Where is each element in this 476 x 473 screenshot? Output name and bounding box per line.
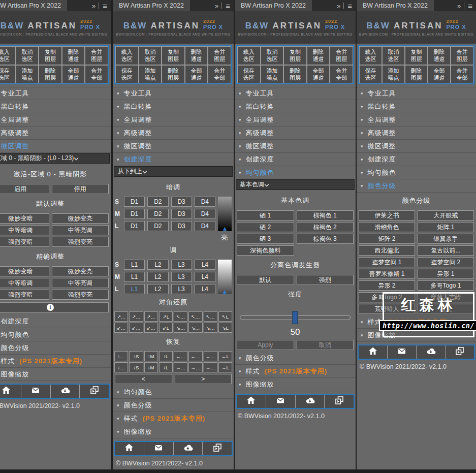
- section-header-1[interactable]: ▾黑白转换: [235, 100, 356, 113]
- quick-action-button[interactable]: 复制 图层: [283, 46, 307, 65]
- mail-button[interactable]: [388, 345, 417, 359]
- quick-action-button[interactable]: 合并 图层: [330, 46, 353, 65]
- section-header-5[interactable]: ▾创建深度: [0, 315, 111, 328]
- panel-menu-icon[interactable]: ≡: [347, 2, 352, 10]
- adjust-button[interactable]: 中等暗调: [0, 225, 49, 235]
- section-header-7[interactable]: ▾颜色分级: [113, 399, 234, 412]
- quick-action-button[interactable]: 添加 噪点: [16, 65, 39, 84]
- prev-next-button[interactable]: >: [175, 374, 232, 384]
- tone-button[interactable]: L4: [195, 284, 215, 294]
- quick-action-button[interactable]: 载入 选区: [237, 46, 261, 65]
- section-header-5[interactable]: ▾创建深度: [235, 153, 356, 166]
- grading-preset-button[interactable]: 伊莱之书: [359, 210, 415, 220]
- section-header-3[interactable]: ▾高级调整: [0, 127, 111, 140]
- section-header-7[interactable]: ▾颜色分级: [0, 341, 111, 355]
- quick-action-button[interactable]: 复制 图层: [405, 46, 428, 65]
- adjust-button[interactable]: 微妙变暗: [0, 266, 49, 276]
- dark-gradient-strip[interactable]: ▲: [218, 197, 232, 231]
- panel-tab[interactable]: BW Artisan Pro X 2022: [235, 0, 312, 11]
- grading-preset-button[interactable]: 银翼杀手: [418, 234, 474, 244]
- section-header-0[interactable]: ▾专业工具: [235, 87, 356, 100]
- arrow-button[interactable]: ←…: [174, 351, 187, 361]
- quick-action-button[interactable]: 保存 选区: [0, 65, 16, 84]
- quick-action-button[interactable]: 合并 图层: [451, 46, 473, 65]
- arrow-button[interactable]: →…: [204, 362, 217, 372]
- adjust-button[interactable]: 强烈变亮: [52, 290, 109, 300]
- quick-action-button[interactable]: 载入 选区: [115, 46, 139, 65]
- tone-button[interactable]: L1: [124, 284, 145, 294]
- tone-button[interactable]: L3: [171, 260, 192, 270]
- tone-button[interactable]: D4: [195, 209, 215, 219]
- arrow-button[interactable]: ↑M: [144, 351, 158, 361]
- panel-tab[interactable]: BW Artisan Pro X 2022: [0, 0, 67, 11]
- quick-action-button[interactable]: 删除 图层: [39, 65, 62, 84]
- section-header-9[interactable]: ▾图像缩放: [235, 378, 356, 391]
- arrow-button[interactable]: ↙L: [159, 323, 173, 333]
- home-button[interactable]: [359, 345, 388, 359]
- quick-action-button[interactable]: 保存 选区: [359, 65, 382, 84]
- panel-tab[interactable]: BW Artisan Pro X 2022: [357, 0, 434, 11]
- grading-preset-button[interactable]: 异形 2: [359, 280, 415, 291]
- section-header-0[interactable]: ▾专业工具: [357, 87, 476, 100]
- grading-preset-button[interactable]: 大开眼戒: [418, 210, 474, 220]
- quick-action-button[interactable]: 添加 噪点: [139, 65, 162, 84]
- quick-action-button[interactable]: 合并 全部: [451, 65, 473, 84]
- arrow-button[interactable]: ↙…: [144, 323, 158, 333]
- section-header-4[interactable]: ▾微区调整: [235, 140, 356, 153]
- expand-panel-icon[interactable]: »: [457, 2, 460, 10]
- section-header-3[interactable]: ▾高级调整: [235, 127, 356, 140]
- tone-preset-button[interactable]: 硒 2: [237, 222, 294, 232]
- tone-preset-button[interactable]: 硒 3: [237, 234, 294, 244]
- light-gradient-strip[interactable]: ▲: [218, 260, 232, 294]
- tone-preset-button[interactable]: 棕褐色 2: [297, 222, 354, 232]
- arrow-button[interactable]: ←…: [188, 351, 202, 361]
- section-header-3[interactable]: ▾高级调整: [113, 127, 234, 140]
- quick-action-button[interactable]: 全部 通道: [428, 65, 451, 84]
- section-header-1[interactable]: ▾黑白转换: [113, 100, 234, 113]
- section-header-0[interactable]: ▾专业工具: [113, 87, 234, 100]
- cloud-download-button[interactable]: [417, 345, 446, 359]
- section-header-4[interactable]: ▾微区调整: [357, 140, 476, 153]
- mail-button[interactable]: [21, 385, 51, 398]
- tone-button[interactable]: L1: [124, 260, 145, 270]
- strength-slider[interactable]: [240, 311, 351, 324]
- arrow-button[interactable]: ↑L: [159, 351, 173, 361]
- tone-button[interactable]: D4: [195, 221, 215, 231]
- quick-action-button[interactable]: 复制 图层: [162, 46, 185, 65]
- quick-action-button[interactable]: 删除 图层: [162, 65, 185, 84]
- arrow-button[interactable]: ↗…: [129, 311, 143, 322]
- panel-menu-icon[interactable]: ≡: [226, 2, 230, 10]
- tone-button[interactable]: L2: [147, 284, 168, 294]
- quick-action-button[interactable]: 取消 选区: [382, 46, 405, 65]
- expand-panel-icon[interactable]: »: [92, 2, 95, 10]
- adjust-button[interactable]: 中等亮调: [52, 278, 109, 288]
- quick-action-button[interactable]: 删除 图层: [283, 65, 307, 84]
- arrow-button[interactable]: ↙…: [114, 323, 128, 333]
- tone-button[interactable]: L2: [147, 260, 168, 270]
- tone-button[interactable]: L4: [195, 272, 215, 282]
- grading-preset-button[interactable]: 矩阵 1: [418, 222, 474, 232]
- adjust-button[interactable]: 强烈变亮: [52, 237, 109, 247]
- section-header-2[interactable]: ▾全局调整: [0, 113, 111, 127]
- quick-action-button[interactable]: 复制 图层: [39, 46, 62, 65]
- section-header-2[interactable]: ▾全局调整: [113, 113, 234, 127]
- adjust-button[interactable]: 强烈变暗: [0, 290, 49, 300]
- home-button[interactable]: [115, 442, 144, 455]
- section-header-9[interactable]: ▾图像缩放: [113, 425, 234, 438]
- info-button[interactable]: i: [0, 302, 109, 312]
- section-header-7[interactable]: ▾颜色分级: [235, 352, 356, 365]
- section-header-9[interactable]: ▾图像缩放: [0, 368, 111, 381]
- tone-button[interactable]: L2: [147, 272, 168, 282]
- arrow-button[interactable]: ↘…: [188, 323, 202, 333]
- arrow-button[interactable]: ↖…: [188, 311, 202, 322]
- arrow-button[interactable]: ↘L: [218, 323, 232, 333]
- grading-preset-button[interactable]: 多哥Togo 1: [418, 280, 474, 291]
- tone-button[interactable]: D1: [124, 221, 145, 231]
- tone-button[interactable]: D3: [171, 221, 192, 231]
- section-header-0[interactable]: ▾专业工具: [0, 87, 111, 100]
- direction-select[interactable]: 从下到上: [114, 166, 233, 177]
- expand-panel-icon[interactable]: »: [337, 2, 340, 10]
- grading-preset-button[interactable]: 普罗米修斯 1: [359, 269, 415, 279]
- tone-button[interactable]: L3: [171, 272, 192, 282]
- tone-preset-button[interactable]: 棕褐色 1: [297, 210, 354, 220]
